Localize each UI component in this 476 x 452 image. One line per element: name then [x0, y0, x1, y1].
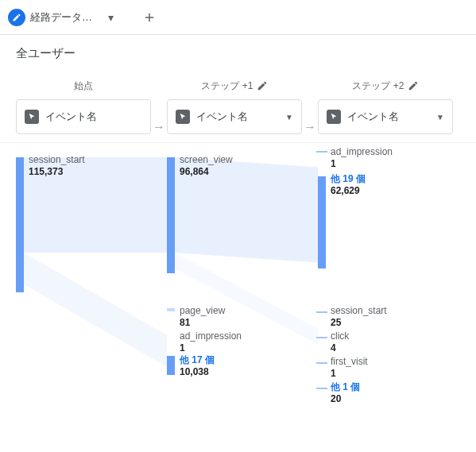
node-tick — [316, 151, 327, 153]
node-step1-screen-view[interactable]: screen_view 96,864 — [180, 154, 233, 178]
node-step1-page-view[interactable]: page_view 81 — [180, 305, 225, 329]
pencil-icon — [408, 80, 419, 91]
tab-menu-caret[interactable]: ▾ — [106, 11, 115, 24]
node-bar[interactable] — [167, 356, 175, 375]
step2-title[interactable]: ステップ +2 — [318, 77, 453, 95]
add-tab-button[interactable] — [136, 4, 163, 31]
node-step1-more[interactable]: 他 17 個 10,038 — [180, 354, 215, 378]
node-tick — [316, 362, 327, 364]
node-step1-ad-impression[interactable]: ad_impression 1 — [180, 330, 242, 354]
node-step2-click[interactable]: click 4 — [331, 330, 349, 354]
start-dimension-dropdown[interactable]: イベント名 — [16, 99, 151, 134]
cursor-icon — [327, 110, 341, 124]
step1-title[interactable]: ステップ +1 — [167, 77, 302, 95]
node-start[interactable]: session_start 115,373 — [29, 154, 85, 178]
pencil-icon — [257, 80, 268, 91]
cursor-icon — [25, 110, 39, 124]
flow — [24, 253, 167, 367]
edit-icon — [8, 9, 25, 26]
arrow-icon: → — [304, 120, 316, 134]
explore-tab[interactable]: 経路データ探… ▾ — [3, 3, 123, 32]
dropdown-label: イベント名 — [45, 110, 142, 124]
node-step2-session-start[interactable]: session_start 25 — [331, 305, 387, 329]
node-step2-more-1[interactable]: 他 19 個 62,629 — [331, 173, 366, 197]
node-step2-more-2[interactable]: 他 1 個 20 — [331, 381, 360, 405]
node-tick — [316, 388, 327, 389]
path-canvas: session_start 115,373 screen_view 96,864… — [16, 149, 460, 451]
node-tick — [316, 311, 327, 313]
tab-label: 経路データ探… — [30, 10, 102, 25]
node-bar[interactable] — [167, 157, 175, 273]
dropdown-label: イベント名 — [347, 110, 430, 124]
cursor-icon — [176, 110, 190, 124]
step2-dimension-dropdown[interactable]: イベント名 ▼ — [318, 99, 453, 134]
node-tick — [316, 337, 327, 338]
node-bar[interactable] — [167, 308, 175, 311]
segment-label: 全ユーザー — [0, 35, 476, 64]
node-step2-first-visit[interactable]: first_visit 1 — [331, 356, 368, 380]
node-step2-ad-impression[interactable]: ad_impression 1 — [331, 146, 393, 170]
node-bar[interactable] — [16, 157, 24, 292]
node-bar[interactable] — [318, 176, 326, 268]
dropdown-label: イベント名 — [196, 110, 279, 124]
chevron-down-icon: ▼ — [436, 113, 444, 122]
step1-dimension-dropdown[interactable]: イベント名 ▼ — [167, 99, 302, 134]
arrow-icon: → — [153, 120, 165, 134]
step-start-title: 始点 — [16, 77, 151, 95]
chevron-down-icon: ▼ — [285, 113, 293, 122]
